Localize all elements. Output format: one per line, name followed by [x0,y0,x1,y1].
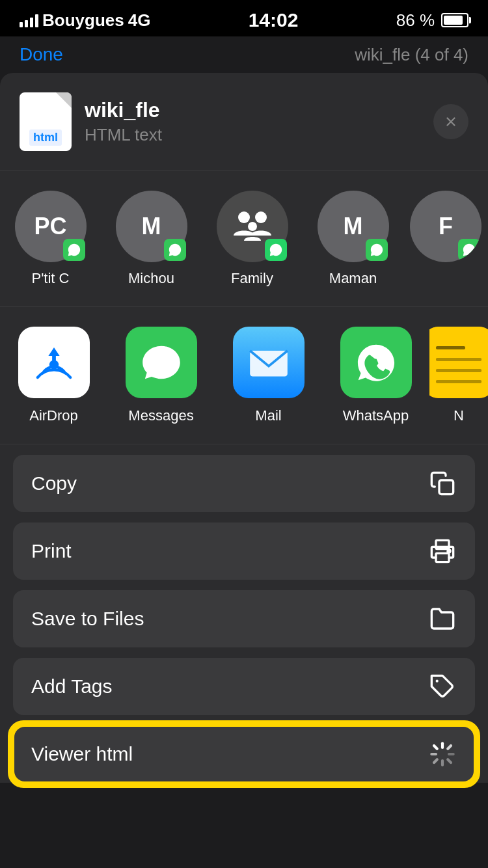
contact-avatar-family [217,191,288,262]
print-icon [428,537,457,565]
network-label: 4G [128,10,151,31]
contacts-row: PC P'tit C M Michou [0,171,488,307]
mail-svg [245,339,292,386]
airdrop-svg [31,339,77,386]
app-label-mail: Mail [255,407,281,424]
messages-badge-icon-michou [168,243,182,257]
status-right: 86 % [396,10,468,31]
nav-title: wiki_fle (4 of 4) [355,45,468,65]
action-row-print[interactable]: Print [13,522,475,580]
svg-rect-5 [52,356,56,364]
status-left: Bouygues 4G [20,10,150,31]
contact-item-maman[interactable]: M Maman [303,191,403,287]
contact-item-family[interactable]: Family [202,191,303,287]
action-row-add-tags[interactable]: Add Tags [13,658,475,715]
folder-icon [428,604,457,633]
action-row-copy[interactable]: Copy [13,455,475,512]
battery-fill [444,16,463,25]
svg-rect-9 [436,358,481,361]
svg-marker-4 [48,347,59,356]
file-header: html wiki_fle HTML text [0,73,488,171]
close-button[interactable] [433,104,468,139]
svg-line-24 [448,746,451,749]
contact-name-ptitc: P'tit C [32,270,70,287]
contact-badge-ptitc [63,239,85,261]
file-icon-label: html [29,129,62,146]
apps-row: AirDrop Messages Mail [0,307,488,444]
file-info: wiki_fle HTML text [85,98,433,145]
action-label-add-tags: Add Tags [31,675,113,698]
svg-line-20 [448,759,451,763]
action-label-save-to-files: Save to Files [31,608,144,630]
time-label: 14:02 [249,9,299,31]
svg-point-15 [448,550,450,552]
contact-avatar-michou: M [116,191,187,262]
svg-point-1 [255,211,267,223]
app-item-messages[interactable]: Messages [107,327,215,424]
contact-initials-maman: M [344,213,363,240]
copy-svg [429,470,455,496]
messages-badge-icon [67,243,81,257]
svg-line-19 [434,746,437,749]
app-icon-airdrop [18,327,90,398]
app-label-notes: N [454,407,464,424]
svg-rect-8 [436,346,465,349]
tag-icon [428,672,457,701]
svg-rect-12 [439,480,454,495]
contact-name-maman: Maman [329,270,377,287]
signal-bars [20,13,38,27]
print-svg [429,538,455,564]
action-label-copy: Copy [31,472,77,495]
contact-item-fifth[interactable]: F [403,191,488,287]
action-label-print: Print [31,540,72,562]
action-row-save-to-files[interactable]: Save to Files [13,590,475,647]
status-bar: Bouygues 4G 14:02 86 % [0,0,488,36]
contact-badge-maman [366,239,388,261]
app-icon-messages [126,327,197,398]
messages-badge-icon-fifth [462,243,476,257]
app-item-notes[interactable]: N [429,327,488,424]
folder-svg [429,606,455,632]
app-icon-notes [429,327,488,398]
action-label-viewer-html: Viewer html [31,743,133,765]
action-row-viewer-html[interactable]: Viewer html [13,726,475,783]
app-label-whatsapp: WhatsApp [343,407,409,424]
contact-avatar-ptitc: PC [15,191,87,262]
svg-rect-11 [436,380,481,383]
svg-rect-14 [436,553,449,562]
app-item-mail[interactable]: Mail [215,327,322,424]
share-sheet: html wiki_fle HTML text PC P'tit C [0,73,488,783]
app-item-airdrop[interactable]: AirDrop [0,327,107,424]
back-button[interactable]: Done [20,44,63,65]
contact-initials-fifth: F [439,213,453,240]
contact-badge-michou [164,239,186,261]
nav-hint: Done wiki_fle (4 of 4) [0,36,488,73]
app-item-whatsapp[interactable]: WhatsApp [322,327,429,424]
contact-name-michou: Michou [128,270,174,287]
svg-point-2 [248,222,257,231]
contact-item-ptitc[interactable]: PC P'tit C [0,191,101,287]
spinner-svg [429,741,455,767]
copy-icon [428,469,457,498]
svg-rect-7 [429,327,488,398]
app-icon-whatsapp [340,327,412,398]
messages-badge-icon-maman [370,243,384,257]
messages-svg [138,339,185,386]
contact-avatar-maman: M [318,191,389,262]
app-label-messages: Messages [128,407,193,424]
battery-icon [441,13,468,27]
contact-initials-ptitc: PC [34,213,66,240]
file-name: wiki_fle [85,98,433,122]
svg-rect-10 [436,369,481,372]
file-icon: html [20,92,72,151]
carrier-label: Bouygues [42,10,124,31]
contact-item-michou[interactable]: M Michou [101,191,202,287]
contact-avatar-fifth: F [410,191,481,262]
app-icon-mail [233,327,305,398]
contact-badge-fifth [458,239,480,261]
contact-initials-michou: M [142,213,161,240]
notes-svg [429,327,488,398]
actions-container: Copy Print Save to Files [0,455,488,783]
app-label-airdrop: AirDrop [29,407,78,424]
svg-point-0 [238,211,250,223]
